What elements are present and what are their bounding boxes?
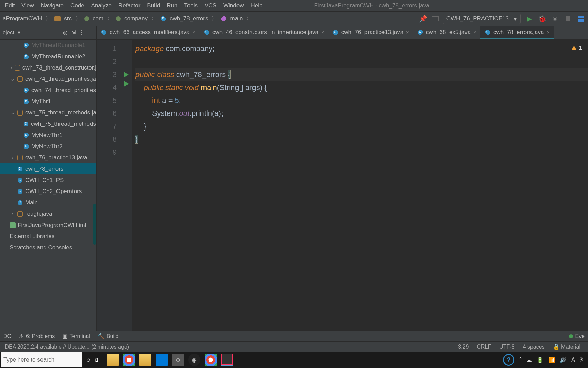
debug-button[interactable]: 🐞	[538, 14, 546, 23]
expand-icon[interactable]: ⌄	[10, 109, 15, 116]
menu-help[interactable]: Help	[248, 2, 265, 10]
editor-tab[interactable]: cwh_46_constructors_in_inheritance.java×	[199, 26, 328, 39]
bc-src[interactable]: src	[64, 15, 72, 22]
menu-refactor[interactable]: Refactor	[116, 2, 143, 10]
tree-row[interactable]: Main	[0, 197, 96, 208]
file-encoding[interactable]: UTF-8	[495, 344, 519, 350]
caret-position[interactable]: 3:29	[454, 344, 473, 350]
bc-class[interactable]: cwh_78_errors	[170, 15, 208, 22]
theme-indicator[interactable]: 🔒 Material	[549, 343, 585, 350]
bc-root[interactable]: aProgramCWH	[3, 15, 42, 22]
menu-view[interactable]: View	[19, 2, 37, 10]
collapse-icon[interactable]: ⇲	[71, 29, 76, 36]
menu-window[interactable]: Window	[220, 2, 246, 10]
run-line-icon[interactable]	[124, 81, 129, 87]
menu-code[interactable]: Code	[68, 2, 87, 10]
bc-com[interactable]: com	[93, 15, 103, 22]
tray-wifi-icon[interactable]: 📶	[548, 357, 555, 363]
tree-row[interactable]: MyThreadRunnable2	[0, 51, 96, 62]
tree-row[interactable]: ⌄cwh_75_thread_methods.java	[0, 107, 96, 118]
editor-tab[interactable]: cwh_76_practice13.java×	[328, 26, 413, 39]
warnings-badge[interactable]: 1	[571, 42, 582, 55]
close-tab-icon[interactable]: ×	[321, 29, 324, 35]
close-tab-icon[interactable]: ×	[473, 29, 476, 35]
breadcrumb[interactable]: aProgramCWH〉 src〉 com〉 company〉 cwh_78_e…	[3, 15, 252, 22]
menu-build[interactable]: Build	[144, 2, 163, 10]
editor-tab[interactable]: cwh_66_access_modifiers.java×	[97, 26, 199, 39]
tree-row[interactable]: ›cwh_73_thread_constructor.java	[0, 62, 96, 73]
device-icon[interactable]	[432, 16, 439, 21]
expand-icon[interactable]: ›	[10, 154, 15, 161]
tree-row[interactable]: CWH_Ch2_Operators	[0, 186, 96, 197]
tray-lang-icon[interactable]: A	[571, 357, 575, 363]
layout-grid-icon[interactable]	[576, 14, 585, 23]
run-config-dropdown[interactable]: CWH_76_PRACTICE13	[443, 14, 521, 24]
tree-row[interactable]: cwh_75_thread_methods	[0, 118, 96, 129]
expand-icon[interactable]: ›	[10, 211, 15, 217]
close-tab-icon[interactable]: ×	[546, 29, 550, 35]
line-separator[interactable]: CRLF	[473, 344, 495, 350]
code-editor[interactable]: 1 package com.company; public class cwh_…	[132, 40, 588, 331]
tray-up-icon[interactable]: ^	[519, 357, 522, 363]
tree-row[interactable]: CWH_Ch1_PS	[0, 174, 96, 186]
run-button[interactable]: ▶	[525, 14, 534, 23]
editor-tab[interactable]: cwh_78_errors.java×	[480, 26, 554, 39]
explorer-taskbar-icon[interactable]	[107, 354, 119, 366]
settings-taskbar-icon[interactable]: ⚙	[172, 354, 184, 366]
problems-tool[interactable]: ⚠ 6: Problems	[19, 333, 55, 339]
tree-row[interactable]: Scratches and Consoles	[0, 242, 96, 253]
windows-search[interactable]: Type here to search	[1, 352, 82, 367]
vscode-taskbar-icon[interactable]	[156, 354, 168, 366]
close-tab-icon[interactable]: ×	[406, 29, 409, 35]
pin-icon[interactable]: 📌	[419, 14, 428, 23]
tree-row[interactable]: External Libraries	[0, 231, 96, 242]
project-tree[interactable]: MyThreadRunnable1MyThreadRunnable2›cwh_7…	[0, 40, 96, 331]
obs-taskbar-icon[interactable]: ◉	[188, 354, 200, 366]
tree-row[interactable]: ›cwh_76_practice13.java	[0, 152, 96, 163]
build-tool[interactable]: 🔨 Build	[98, 333, 119, 339]
task-view-icon[interactable]: ⧉	[95, 357, 98, 363]
settings-icon[interactable]: ⋮	[79, 29, 84, 36]
tree-row[interactable]: ›rough.java	[0, 208, 96, 219]
run-gutter[interactable]	[120, 40, 132, 331]
hide-icon[interactable]: —	[88, 30, 93, 36]
menu-navigate[interactable]: Navigate	[38, 2, 66, 10]
close-tab-icon[interactable]: ×	[192, 29, 195, 35]
tray-share-icon[interactable]: ⎘	[580, 357, 583, 363]
bc-company[interactable]: company	[124, 15, 148, 22]
tree-row[interactable]: FirstJavaProgramCWH.iml	[0, 219, 96, 231]
folder-taskbar-icon[interactable]	[139, 354, 151, 366]
cortana-icon[interactable]: ○	[86, 356, 91, 364]
tree-row[interactable]: MyThreadRunnable1	[0, 40, 96, 51]
intellij-taskbar-icon[interactable]	[221, 354, 233, 366]
coverage-button[interactable]: ◉	[551, 14, 559, 23]
terminal-tool[interactable]: ▣ Terminal	[62, 333, 90, 339]
tree-row[interactable]: cwh_78_errors	[0, 163, 96, 174]
menu-vcs[interactable]: VCS	[202, 2, 219, 10]
tray-battery-icon[interactable]: 🔋	[537, 357, 543, 363]
run-line-icon[interactable]	[124, 72, 129, 77]
tree-row[interactable]: MyNewThr2	[0, 141, 96, 152]
update-notice[interactable]: IDEA 2020.2.4 available // Update... (2 …	[3, 344, 129, 350]
project-view-label[interactable]: oject	[3, 30, 14, 36]
target-icon[interactable]: ◎	[63, 29, 68, 36]
expand-icon[interactable]: ›	[10, 64, 12, 71]
scrollbar[interactable]	[93, 204, 96, 245]
menu-tools[interactable]: Tools	[181, 2, 200, 10]
tree-row[interactable]: MyThr1	[0, 96, 96, 107]
stop-button[interactable]	[564, 14, 572, 23]
event-log-tool[interactable]: Eve	[569, 333, 585, 339]
bc-method[interactable]: main	[230, 15, 243, 22]
tree-row[interactable]: MyNewThr1	[0, 129, 96, 141]
editor-area[interactable]: 123456789 1 package com.company; public …	[97, 40, 588, 331]
menu-run[interactable]: Run	[164, 2, 180, 10]
expand-icon[interactable]: ⌄	[10, 75, 15, 82]
minimize-icon[interactable]: —	[572, 1, 586, 10]
editor-tab[interactable]: cwh_68_ex5.java×	[413, 26, 480, 39]
indent-setting[interactable]: 4 spaces	[519, 344, 549, 350]
tree-row[interactable]: ⌄cwh_74_thread_priorities.java	[0, 73, 96, 85]
chrome2-taskbar-icon[interactable]	[205, 354, 217, 366]
chrome-taskbar-icon[interactable]	[123, 354, 135, 366]
tray-cloud-icon[interactable]: ☁	[526, 357, 532, 363]
tree-row[interactable]: cwh_74_thread_priorities	[0, 85, 96, 96]
